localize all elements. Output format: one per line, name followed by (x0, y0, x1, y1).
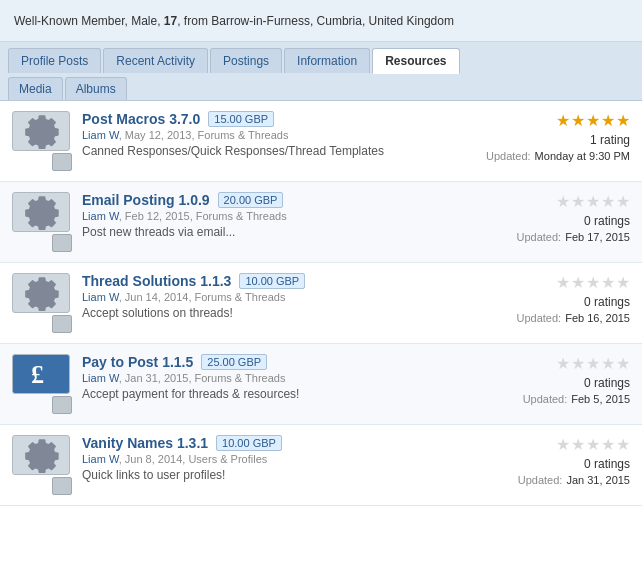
user-meta-text: Well-Known Member, Male, 17, from Barrow… (14, 14, 454, 28)
updated-date: Feb 16, 2015 (565, 312, 630, 324)
star-0: ★ (556, 354, 570, 373)
star-4: ★ (616, 273, 630, 292)
star-2: ★ (586, 354, 600, 373)
updated-label: Updated: (523, 393, 568, 405)
resource-price: 10.00 GBP (239, 273, 305, 289)
resource-icon (12, 111, 72, 171)
resource-icon (12, 273, 72, 333)
star-4: ★ (616, 192, 630, 211)
tab-recent-activity[interactable]: Recent Activity (103, 48, 208, 73)
updated-label: Updated: (517, 231, 562, 243)
star-4: ★ (616, 354, 630, 373)
resource-title-line: Post Macros 3.7.0 15.00 GBP (82, 111, 470, 127)
tab-resources[interactable]: Resources (372, 48, 459, 74)
rating-count: 0 ratings (584, 214, 630, 228)
star-1: ★ (571, 192, 585, 211)
rating-updated: Updated: Feb 17, 2015 (517, 231, 631, 243)
tab-information[interactable]: Information (284, 48, 370, 73)
resource-stars: ★★★★★ (556, 273, 630, 292)
tabs-container: Profile Posts Recent Activity Postings I… (0, 42, 642, 101)
resources-list: Post Macros 3.7.0 15.00 GBP Liam W, May … (0, 101, 642, 506)
resource-item: Thread Solutions 1.1.3 10.00 GBP Liam W,… (0, 263, 642, 344)
resource-version: 1.1.3 (200, 273, 231, 289)
tab-profile-posts[interactable]: Profile Posts (8, 48, 101, 73)
resource-stars: ★★★★★ (556, 192, 630, 211)
svg-text:£: £ (31, 360, 44, 389)
profile-header: Well-Known Member, Male, 17, from Barrow… (0, 0, 642, 42)
resource-author[interactable]: Liam W (82, 210, 119, 222)
star-2: ★ (586, 192, 600, 211)
resource-icon-main (12, 111, 70, 151)
star-3: ★ (601, 273, 615, 292)
tab-postings[interactable]: Postings (210, 48, 282, 73)
resource-version: 3.7.0 (169, 111, 200, 127)
resource-info: Pay to Post 1.1.5 25.00 GBP Liam W, Jan … (82, 354, 470, 414)
profile-header-top (14, 10, 628, 12)
resource-meta: Liam W, Jun 8, 2014, Users & Profiles (82, 453, 470, 465)
star-1: ★ (571, 273, 585, 292)
updated-date: Feb 5, 2015 (571, 393, 630, 405)
star-0: ★ (556, 111, 570, 130)
updated-date: Jan 31, 2015 (566, 474, 630, 486)
resource-title[interactable]: Thread Solutions 1.1.3 (82, 273, 231, 289)
resource-version: 1.1.5 (162, 354, 193, 370)
resource-version: 1.0.9 (178, 192, 209, 208)
resource-author[interactable]: Liam W (82, 372, 119, 384)
star-2: ★ (586, 273, 600, 292)
rating-updated: Updated: Feb 5, 2015 (523, 393, 630, 405)
resource-title[interactable]: Post Macros 3.7.0 (82, 111, 200, 127)
resource-info: Vanity Names 1.3.1 10.00 GBP Liam W, Jun… (82, 435, 470, 495)
resource-title[interactable]: Vanity Names 1.3.1 (82, 435, 208, 451)
resource-desc: Canned Responses/Quick Responses/Thread … (82, 144, 470, 158)
resource-title[interactable]: Email Posting 1.0.9 (82, 192, 210, 208)
star-3: ★ (601, 192, 615, 211)
updated-label: Updated: (518, 474, 563, 486)
resource-icon-avatar (52, 477, 72, 495)
resource-stars: ★★★★★ (556, 435, 630, 454)
star-3: ★ (601, 111, 615, 130)
resource-title-line: Pay to Post 1.1.5 25.00 GBP (82, 354, 470, 370)
subtab-media[interactable]: Media (8, 77, 63, 100)
resource-icon-main: £ (12, 354, 70, 394)
resource-author[interactable]: Liam W (82, 291, 119, 303)
resource-item: £ Pay to Post 1.1.5 25.00 GBP Liam W, Ja… (0, 344, 642, 425)
resource-icon-main (12, 192, 70, 232)
star-3: ★ (601, 354, 615, 373)
updated-label: Updated: (517, 312, 562, 324)
resource-info: Thread Solutions 1.1.3 10.00 GBP Liam W,… (82, 273, 470, 333)
resource-desc: Quick links to user profiles! (82, 468, 470, 482)
main-tabs-row: Profile Posts Recent Activity Postings I… (8, 48, 634, 73)
resource-rating: ★★★★★ 0 ratings Updated: Feb 5, 2015 (470, 354, 630, 414)
resource-stars: ★★★★★ (556, 354, 630, 373)
updated-date: Feb 17, 2015 (565, 231, 630, 243)
user-age: 17 (164, 14, 177, 28)
rating-count: 0 ratings (584, 295, 630, 309)
resource-title[interactable]: Pay to Post 1.1.5 (82, 354, 193, 370)
subtab-albums[interactable]: Albums (65, 77, 127, 100)
resource-price: 25.00 GBP (201, 354, 267, 370)
resource-item: Vanity Names 1.3.1 10.00 GBP Liam W, Jun… (0, 425, 642, 506)
star-4: ★ (616, 111, 630, 130)
resource-meta: Liam W, Feb 12, 2015, Forums & Threads (82, 210, 470, 222)
resource-icon (12, 435, 72, 495)
resource-author[interactable]: Liam W (82, 129, 119, 141)
resource-desc: Post new threads via email... (82, 225, 470, 239)
resource-price: 10.00 GBP (216, 435, 282, 451)
star-2: ★ (586, 111, 600, 130)
resource-icon-main (12, 273, 70, 313)
resource-rating: ★★★★★ 1 rating Updated: Monday at 9:30 P… (470, 111, 630, 171)
resource-meta: Liam W, May 12, 2013, Forums & Threads (82, 129, 470, 141)
rating-count: 1 rating (590, 133, 630, 147)
resource-rating: ★★★★★ 0 ratings Updated: Feb 17, 2015 (470, 192, 630, 252)
resource-rating: ★★★★★ 0 ratings Updated: Jan 31, 2015 (470, 435, 630, 495)
rating-updated: Updated: Monday at 9:30 PM (486, 150, 630, 162)
resource-meta: Liam W, Jun 14, 2014, Forums & Threads (82, 291, 470, 303)
resource-title-line: Email Posting 1.0.9 20.00 GBP (82, 192, 470, 208)
resource-desc: Accept payment for threads & resources! (82, 387, 470, 401)
resource-version: 1.3.1 (177, 435, 208, 451)
rating-count: 0 ratings (584, 457, 630, 471)
resource-icon (12, 192, 72, 252)
updated-label: Updated: (486, 150, 531, 162)
resource-author[interactable]: Liam W (82, 453, 119, 465)
star-1: ★ (571, 111, 585, 130)
